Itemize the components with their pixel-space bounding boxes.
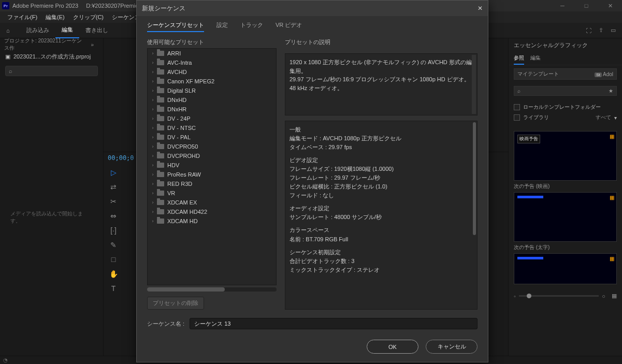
preset-folder[interactable]: ›AVCHD [148, 67, 276, 77]
rectangle-tool-icon[interactable]: □ [108, 255, 119, 264]
selection-tool-icon[interactable]: ▷ [108, 168, 119, 177]
preset-folder[interactable]: ›XDCAM HD [148, 216, 276, 226]
checkbox-icon [514, 114, 520, 121]
vscrollbar[interactable] [472, 55, 476, 114]
folder-icon [157, 107, 164, 112]
preset-folder[interactable]: ›ProRes RAW [148, 170, 276, 179]
dialog-tabs: シーケンスプリセット 設定 トラック VR ビデオ [137, 16, 488, 35]
chevron-right-icon: › [150, 88, 156, 93]
detail-line: サンプルレート : 48000 サンプル/秒 [290, 213, 473, 222]
eg-library-value[interactable]: すべて [596, 114, 611, 121]
preset-folder[interactable]: ›DVCPRO50 [148, 142, 276, 151]
track-select-tool-icon[interactable]: ⇄ [108, 182, 119, 192]
tab-vr-video[interactable]: VR ビデオ [276, 21, 302, 32]
project-bin-empty[interactable]: メディアを読み込んで開始します。 [0, 79, 103, 356]
eg-local-folder-checkbox[interactable]: ローカルテンプレートフォルダー [514, 102, 617, 112]
preset-folder[interactable]: ›Canon XF MPEG2 [148, 77, 276, 86]
window-close-button[interactable]: ✕ [598, 0, 622, 11]
eg-local-folder-label: ローカルテンプレートフォルダー [523, 104, 601, 111]
preset-folder[interactable]: ›XDCAM EX [148, 198, 276, 207]
grid-view-icon[interactable]: ▦ [612, 293, 617, 299]
preset-tree-hscrollbar[interactable] [147, 287, 277, 292]
delete-preset-button[interactable]: プリセットの削除 [147, 297, 204, 310]
project-file-row[interactable]: ▣ 2023021...スの作成方法.prproj [0, 51, 103, 63]
preset-folder[interactable]: ›HDV [148, 161, 276, 170]
preset-folder[interactable]: ›RED R3D [148, 179, 276, 188]
workspace-export-tab[interactable]: 書き出し [79, 23, 114, 38]
menu-edit[interactable]: 編集(E) [41, 13, 69, 21]
preset-tree[interactable]: ›ARRI ›AVC-Intra ›AVCHD ›Canon XF MPEG2 … [147, 48, 277, 285]
eg-browse-tab[interactable]: 参照 [514, 52, 524, 65]
folder-icon [157, 181, 164, 186]
vscrollbar[interactable] [473, 122, 476, 235]
template-thumb-bar [517, 196, 543, 198]
zoom-in-icon[interactable]: ○ [602, 293, 605, 299]
menu-file[interactable]: ファイル(F) [3, 13, 41, 21]
workspace-import-tab[interactable]: 読み込み [20, 23, 55, 38]
preset-folder[interactable]: ›XDCAM HD422 [148, 207, 276, 216]
eg-edit-tab[interactable]: 編集 [530, 52, 541, 65]
preset-name: DV - PAL [167, 134, 191, 140]
home-icon[interactable]: ⌂ [6, 27, 10, 34]
preset-folder[interactable]: ›DV - 24P [148, 114, 276, 123]
project-tab[interactable]: プロジェクト: 20230211シーケンス作 [4, 37, 85, 52]
preset-name: Canon XF MPEG2 [167, 78, 214, 84]
menu-clip[interactable]: クリップ(C) [69, 13, 108, 21]
checkbox-icon [514, 104, 520, 110]
folder-icon [157, 125, 164, 130]
share-icon[interactable]: ⇪ [599, 27, 603, 34]
project-search-input[interactable]: ⌕ [5, 66, 98, 76]
preset-folder[interactable]: ›DV - PAL [148, 133, 276, 142]
ok-button[interactable]: OK [367, 340, 418, 354]
preset-folder[interactable]: ›VR [148, 188, 276, 198]
preset-folder[interactable]: ›ARRI [148, 49, 276, 58]
pen-tool-icon[interactable]: ✎ [108, 240, 119, 250]
timecode-display[interactable]: 00;00;0 [108, 154, 134, 162]
tab-sequence-presets[interactable]: シーケンスプリセット [147, 21, 204, 32]
document-path: D:¥20230207Premie... [86, 3, 143, 9]
razor-tool-icon[interactable]: [·] [108, 226, 119, 235]
fullscreen-icon[interactable]: ⛶ [586, 27, 591, 34]
hand-tool-icon[interactable]: ✋ [108, 269, 119, 279]
template-thumbnail[interactable]: ▦ [514, 253, 617, 284]
eg-zoom-slider[interactable]: ◦ ○ ▦ [509, 289, 622, 302]
template-thumbnail[interactable]: ▦ 映画予告 [514, 131, 617, 181]
eg-search-input[interactable]: ⌕ ★ [514, 86, 617, 96]
star-filter-icon[interactable]: ★ [609, 88, 613, 94]
sequence-name-input[interactable] [190, 318, 478, 329]
type-tool-icon[interactable]: T [108, 284, 119, 293]
folder-icon [157, 79, 164, 84]
detail-heading: シーケンス初期設定 [290, 248, 473, 257]
preset-folder[interactable]: ›DV - NTSC [148, 123, 276, 133]
cancel-button[interactable]: キャンセル [426, 340, 478, 354]
desc-line: 1920 x 1080 正方形ピクセル (非アナモルフィック) の AVCHD … [290, 58, 473, 75]
mogrt-icon: ▦ [610, 256, 614, 261]
eg-mytemplates-select[interactable]: マイテンプレート St Adol [514, 68, 617, 80]
window-maximize-button[interactable]: □ [574, 0, 598, 11]
window-minimize-button[interactable]: ─ [551, 0, 574, 11]
preset-folder[interactable]: ›Digital SLR [148, 86, 276, 95]
detail-line: ピクセル縦横比 : 正方形ピクセル (1.0) [290, 182, 473, 191]
tab-tracks[interactable]: トラック [240, 21, 263, 32]
folder-icon [157, 116, 164, 121]
preset-folder[interactable]: ›AVC-Intra [148, 58, 276, 67]
template-thumbnail[interactable]: ▦ [514, 192, 617, 242]
project-file-name: 2023021...スの作成方法.prproj [13, 53, 91, 61]
eg-library-checkbox[interactable]: ライブラリ すべて ▾ [514, 112, 617, 123]
tab-settings[interactable]: 設定 [216, 21, 228, 32]
chevron-right-icon: › [150, 60, 156, 65]
slip-tool-icon[interactable]: ⇔ [108, 211, 119, 221]
quick-export-icon[interactable]: ▭ [611, 27, 616, 34]
preset-folder[interactable]: ›DVCPROHD [148, 151, 276, 161]
preset-folder[interactable]: ›DNxHD [148, 95, 276, 105]
workspace-edit-tab[interactable]: 編集 [55, 23, 79, 38]
chevron-right-icon: › [150, 69, 156, 75]
ripple-tool-icon[interactable]: ✂ [108, 197, 119, 206]
preset-name: DV - 24P [167, 115, 191, 122]
dialog-close-button[interactable]: ✕ [478, 5, 483, 12]
zoom-out-icon[interactable]: ◦ [514, 293, 516, 299]
app-title: Adobe Premiere Pro 2023 [12, 3, 78, 9]
chevron-right-icon: › [150, 163, 156, 168]
detail-line: ミックストラックタイプ : ステレオ [290, 266, 473, 274]
preset-folder[interactable]: ›DNxHR [148, 105, 276, 114]
